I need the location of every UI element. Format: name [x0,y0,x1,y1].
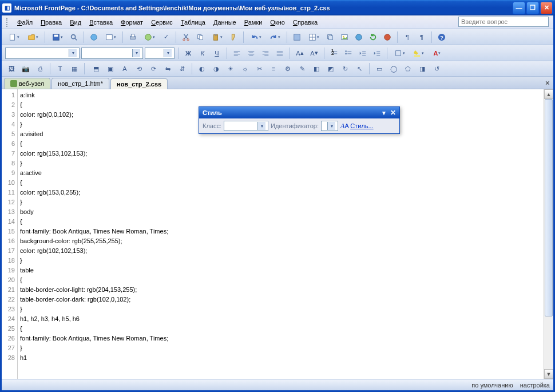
refresh-button[interactable] [367,31,379,43]
style-panel-menu-icon[interactable]: ▼ [381,108,387,118]
style-link[interactable]: AA Стиль... [340,121,374,131]
tab-website[interactable]: веб-узел [4,78,50,89]
new-button[interactable] [5,31,22,43]
pic-less-contrast-button[interactable]: ◑ [210,62,223,75]
hyperlink-button[interactable] [352,31,365,43]
stop-button[interactable] [381,31,394,43]
pic-resample-button[interactable]: ↻ [339,62,351,75]
id-combo[interactable]: ▾ [321,121,338,131]
pic-restore-button[interactable]: ↺ [430,62,443,75]
pic-text-button[interactable]: T [54,62,66,75]
menu-рамки[interactable]: Рамки [240,17,267,27]
search-button[interactable] [68,31,80,43]
pic-textlabel-button[interactable]: A [118,62,131,75]
tab-close-button[interactable]: × [545,78,550,88]
pic-rotate-left-button[interactable]: ⟲ [133,62,145,75]
menu-формат[interactable]: Формат [117,17,147,27]
menu-вид[interactable]: Вид [66,17,85,27]
help-button[interactable]: ? [435,31,448,43]
scroll-track[interactable] [544,99,553,369]
outdent-button[interactable] [356,47,369,60]
align-center-button[interactable] [245,47,257,60]
spell-button[interactable]: ✓ [160,31,172,43]
pic-transparent-button[interactable]: ✎ [296,62,308,75]
help-search-input[interactable] [458,17,549,27]
menu-окно[interactable]: Окно [266,17,289,27]
size-combo[interactable]: ▾ [145,47,175,59]
pic-rotate-right-button[interactable]: ⟳ [147,62,160,75]
italic-button[interactable]: К [196,47,209,60]
menu-данные[interactable]: Данные [209,17,240,27]
scroll-up-button[interactable]: ▲ [544,89,553,99]
pic-more-contrast-button[interactable]: ◐ [196,62,208,75]
paste-button[interactable] [208,31,225,43]
pic-bevel-button[interactable]: ◩ [324,62,337,75]
menu-вставка[interactable]: Вставка [85,17,117,27]
tab-file-1[interactable]: нов_стр_1.htm* [51,78,109,89]
picture-button[interactable] [338,31,351,43]
font-color-button[interactable]: A [429,47,446,60]
code-area[interactable]: Стиль ▼ ✕ Класс: ▾ Идентификатор: ▾ AA С… [18,89,544,379]
align-left-button[interactable] [231,47,243,60]
format-painter-button[interactable] [227,31,240,43]
style-panel-header[interactable]: Стиль ▼ ✕ [199,107,399,118]
style-combo[interactable]: ▾ [5,47,80,59]
pic-less-brightness-button[interactable]: ☼ [239,62,251,75]
pic-flip-v-button[interactable]: ⇵ [176,62,188,75]
align-right-button[interactable] [259,47,272,60]
pic-highlight-hotspots-button[interactable]: ◨ [416,62,429,75]
border-button[interactable] [391,47,408,60]
indent-button[interactable] [371,47,383,60]
maximize-button[interactable]: ❐ [526,2,539,14]
tab-file-2[interactable]: нов_стр_2.css [110,78,168,89]
menu-файл[interactable]: Файл [13,17,37,27]
minimize-button[interactable]: — [513,2,525,14]
pic-select-button[interactable]: ↖ [353,62,366,75]
pic-autothumbnail-button[interactable]: ▦ [68,62,81,75]
numbered-list-button[interactable]: 12 [328,47,340,60]
align-justify-button[interactable] [273,47,286,60]
menu-сервис[interactable]: Сервис [147,17,177,27]
decrease-font-button[interactable]: A▾ [308,47,320,60]
bullet-list-button[interactable] [342,47,355,60]
close-button[interactable]: ✕ [540,2,553,14]
pic-hotspot-poly-button[interactable]: ⬠ [402,62,414,75]
highlight-button[interactable] [410,47,427,60]
copy-button[interactable] [194,31,207,43]
pic-scan-button[interactable]: ⎙ [34,62,46,75]
scroll-down-button[interactable]: ▼ [544,369,553,379]
pic-insert-button[interactable]: 🖼 [5,62,18,75]
bold-button[interactable]: Ж [182,47,195,60]
webcomponent-button[interactable] [291,31,303,43]
preview-button[interactable] [102,31,119,43]
pic-format-button[interactable]: ⚙ [282,62,294,75]
show-formatting-button[interactable]: ¶ [401,31,414,43]
pic-crop-button[interactable]: ✂ [253,62,265,75]
pic-position-button[interactable]: ⬒ [90,62,102,75]
vertical-scrollbar[interactable]: ▲ ▼ [544,89,553,379]
print-preview-button[interactable] [141,31,158,43]
layer-button[interactable] [324,31,336,43]
pic-bringforward-button[interactable]: ▣ [104,62,117,75]
pic-more-brightness-button[interactable]: ☀ [224,62,237,75]
cut-button[interactable] [180,31,192,43]
underline-button[interactable]: Ч [211,47,223,60]
pic-hotspot-rect-button[interactable]: ▭ [373,62,386,75]
show-all-button[interactable]: ¶ [415,31,428,43]
pic-color-button[interactable]: ◧ [310,62,323,75]
increase-font-button[interactable]: A▴ [294,47,306,60]
publish-button[interactable] [88,31,100,43]
open-button[interactable] [24,31,41,43]
pic-camera-button[interactable]: 📷 [19,62,32,75]
font-combo[interactable]: ▾ [81,47,143,59]
pic-flip-h-button[interactable]: ⇋ [161,62,174,75]
menu-справка[interactable]: Справка [289,17,322,27]
class-combo[interactable]: ▾ [224,121,268,131]
undo-button[interactable] [247,31,264,43]
redo-button[interactable] [266,31,283,43]
menu-таблица[interactable]: Таблица [177,17,209,27]
pic-hotspot-circle-button[interactable]: ◯ [387,62,400,75]
menu-правка[interactable]: Правка [37,17,66,27]
pic-line-style-button[interactable]: ≡ [267,62,280,75]
scroll-thumb[interactable] [545,99,553,316]
